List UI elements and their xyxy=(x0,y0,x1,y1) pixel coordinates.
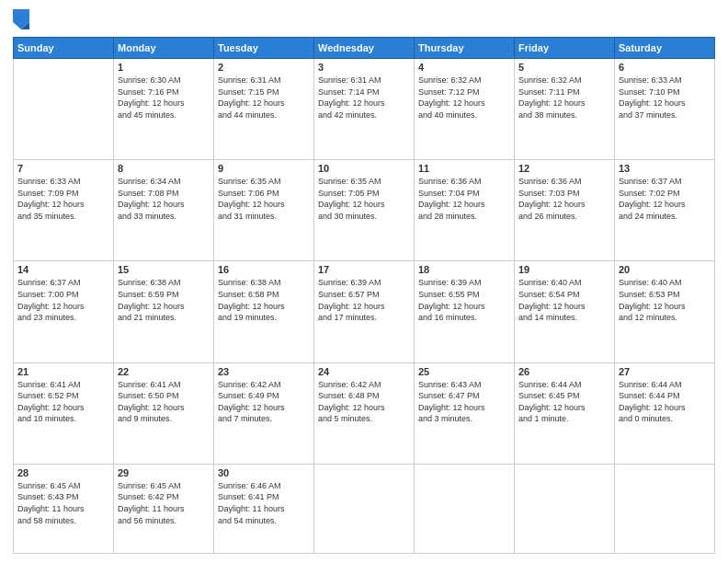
day-info: Sunrise: 6:36 AM Sunset: 7:04 PM Dayligh… xyxy=(418,176,510,222)
calendar-cell: 30Sunrise: 6:46 AM Sunset: 6:41 PM Dayli… xyxy=(214,464,314,553)
header-wednesday: Wednesday xyxy=(314,38,415,59)
calendar-cell: 19Sunrise: 6:40 AM Sunset: 6:54 PM Dayli… xyxy=(515,261,615,362)
calendar-cell: 21Sunrise: 6:41 AM Sunset: 6:52 PM Dayli… xyxy=(14,362,114,464)
day-number: 10 xyxy=(318,163,410,174)
calendar-cell xyxy=(415,464,515,553)
calendar-table: Sunday Monday Tuesday Wednesday Thursday… xyxy=(13,37,715,554)
day-number: 27 xyxy=(619,366,711,377)
calendar-cell: 25Sunrise: 6:43 AM Sunset: 6:47 PM Dayli… xyxy=(415,362,515,464)
day-number: 18 xyxy=(418,264,510,275)
day-info: Sunrise: 6:39 AM Sunset: 6:55 PM Dayligh… xyxy=(418,277,510,323)
calendar-cell xyxy=(615,464,715,553)
day-info: Sunrise: 6:37 AM Sunset: 7:02 PM Dayligh… xyxy=(619,176,711,222)
day-number: 19 xyxy=(518,264,610,275)
day-number: 25 xyxy=(418,366,510,377)
day-number: 23 xyxy=(218,366,310,377)
day-number: 7 xyxy=(17,163,109,174)
day-info: Sunrise: 6:33 AM Sunset: 7:10 PM Dayligh… xyxy=(619,75,711,121)
day-info: Sunrise: 6:32 AM Sunset: 7:11 PM Dayligh… xyxy=(518,75,610,121)
day-info: Sunrise: 6:31 AM Sunset: 7:15 PM Dayligh… xyxy=(218,75,310,121)
header-monday: Monday xyxy=(114,38,214,59)
day-info: Sunrise: 6:46 AM Sunset: 6:41 PM Dayligh… xyxy=(218,480,310,526)
day-info: Sunrise: 6:34 AM Sunset: 7:08 PM Dayligh… xyxy=(118,176,210,222)
calendar-cell: 12Sunrise: 6:36 AM Sunset: 7:03 PM Dayli… xyxy=(515,160,615,261)
day-info: Sunrise: 6:30 AM Sunset: 7:16 PM Dayligh… xyxy=(118,75,210,121)
calendar-cell: 5Sunrise: 6:32 AM Sunset: 7:11 PM Daylig… xyxy=(515,59,615,160)
page: Sunday Monday Tuesday Wednesday Thursday… xyxy=(0,0,728,563)
calendar-cell: 24Sunrise: 6:42 AM Sunset: 6:48 PM Dayli… xyxy=(314,362,415,464)
calendar-week-3: 14Sunrise: 6:37 AM Sunset: 7:00 PM Dayli… xyxy=(14,261,715,362)
calendar-cell: 6Sunrise: 6:33 AM Sunset: 7:10 PM Daylig… xyxy=(615,59,715,160)
calendar-cell: 8Sunrise: 6:34 AM Sunset: 7:08 PM Daylig… xyxy=(114,160,214,261)
day-number: 13 xyxy=(619,163,711,174)
day-number: 8 xyxy=(118,163,210,174)
day-info: Sunrise: 6:35 AM Sunset: 7:05 PM Dayligh… xyxy=(318,176,410,222)
day-info: Sunrise: 6:32 AM Sunset: 7:12 PM Dayligh… xyxy=(418,75,510,121)
day-number: 15 xyxy=(118,264,210,275)
day-info: Sunrise: 6:38 AM Sunset: 6:59 PM Dayligh… xyxy=(118,277,210,323)
calendar-cell: 2Sunrise: 6:31 AM Sunset: 7:15 PM Daylig… xyxy=(214,59,314,160)
calendar-cell: 29Sunrise: 6:45 AM Sunset: 6:42 PM Dayli… xyxy=(114,464,214,553)
day-info: Sunrise: 6:38 AM Sunset: 6:58 PM Dayligh… xyxy=(218,277,310,323)
day-info: Sunrise: 6:39 AM Sunset: 6:57 PM Dayligh… xyxy=(318,277,410,323)
logo xyxy=(13,9,33,29)
calendar-cell xyxy=(14,59,114,160)
day-number: 1 xyxy=(118,62,210,73)
calendar-cell: 3Sunrise: 6:31 AM Sunset: 7:14 PM Daylig… xyxy=(314,59,415,160)
day-info: Sunrise: 6:40 AM Sunset: 6:53 PM Dayligh… xyxy=(619,277,711,323)
header-tuesday: Tuesday xyxy=(214,38,314,59)
day-info: Sunrise: 6:41 AM Sunset: 6:52 PM Dayligh… xyxy=(17,379,109,425)
day-number: 11 xyxy=(418,163,510,174)
day-info: Sunrise: 6:31 AM Sunset: 7:14 PM Dayligh… xyxy=(318,75,410,121)
day-number: 26 xyxy=(518,366,610,377)
day-info: Sunrise: 6:41 AM Sunset: 6:50 PM Dayligh… xyxy=(118,379,210,425)
day-info: Sunrise: 6:42 AM Sunset: 6:49 PM Dayligh… xyxy=(218,379,310,425)
day-number: 14 xyxy=(17,264,109,275)
day-info: Sunrise: 6:33 AM Sunset: 7:09 PM Dayligh… xyxy=(17,176,109,222)
calendar-cell: 4Sunrise: 6:32 AM Sunset: 7:12 PM Daylig… xyxy=(415,59,515,160)
day-number: 20 xyxy=(619,264,711,275)
calendar-cell: 10Sunrise: 6:35 AM Sunset: 7:05 PM Dayli… xyxy=(314,160,415,261)
day-info: Sunrise: 6:43 AM Sunset: 6:47 PM Dayligh… xyxy=(418,379,510,425)
calendar-cell: 28Sunrise: 6:45 AM Sunset: 6:43 PM Dayli… xyxy=(14,464,114,553)
calendar-week-4: 21Sunrise: 6:41 AM Sunset: 6:52 PM Dayli… xyxy=(14,362,715,464)
day-info: Sunrise: 6:45 AM Sunset: 6:43 PM Dayligh… xyxy=(17,480,109,526)
day-info: Sunrise: 6:44 AM Sunset: 6:44 PM Dayligh… xyxy=(619,379,711,425)
day-number: 21 xyxy=(17,366,109,377)
calendar-cell: 20Sunrise: 6:40 AM Sunset: 6:53 PM Dayli… xyxy=(615,261,715,362)
day-number: 12 xyxy=(518,163,610,174)
day-number: 5 xyxy=(518,62,610,73)
day-info: Sunrise: 6:40 AM Sunset: 6:54 PM Dayligh… xyxy=(518,277,610,323)
calendar-cell: 11Sunrise: 6:36 AM Sunset: 7:04 PM Dayli… xyxy=(415,160,515,261)
calendar-cell: 26Sunrise: 6:44 AM Sunset: 6:45 PM Dayli… xyxy=(515,362,615,464)
header-sunday: Sunday xyxy=(14,38,114,59)
day-number: 17 xyxy=(318,264,410,275)
calendar-cell: 22Sunrise: 6:41 AM Sunset: 6:50 PM Dayli… xyxy=(114,362,214,464)
calendar-cell: 18Sunrise: 6:39 AM Sunset: 6:55 PM Dayli… xyxy=(415,261,515,362)
day-number: 3 xyxy=(318,62,410,73)
header xyxy=(13,9,715,29)
calendar-cell xyxy=(314,464,415,553)
calendar-cell: 1Sunrise: 6:30 AM Sunset: 7:16 PM Daylig… xyxy=(114,59,214,160)
day-number: 22 xyxy=(118,366,210,377)
calendar-cell: 15Sunrise: 6:38 AM Sunset: 6:59 PM Dayli… xyxy=(114,261,214,362)
day-info: Sunrise: 6:44 AM Sunset: 6:45 PM Dayligh… xyxy=(518,379,610,425)
day-number: 2 xyxy=(218,62,310,73)
calendar-cell: 23Sunrise: 6:42 AM Sunset: 6:49 PM Dayli… xyxy=(214,362,314,464)
calendar-week-1: 1Sunrise: 6:30 AM Sunset: 7:16 PM Daylig… xyxy=(14,59,715,160)
calendar-cell: 13Sunrise: 6:37 AM Sunset: 7:02 PM Dayli… xyxy=(615,160,715,261)
header-saturday: Saturday xyxy=(615,38,715,59)
header-friday: Friday xyxy=(515,38,615,59)
header-thursday: Thursday xyxy=(415,38,515,59)
day-number: 4 xyxy=(418,62,510,73)
day-number: 29 xyxy=(118,467,210,478)
calendar-week-2: 7Sunrise: 6:33 AM Sunset: 7:09 PM Daylig… xyxy=(14,160,715,261)
logo-icon xyxy=(13,9,29,29)
day-info: Sunrise: 6:35 AM Sunset: 7:06 PM Dayligh… xyxy=(218,176,310,222)
day-number: 24 xyxy=(318,366,410,377)
day-number: 16 xyxy=(218,264,310,275)
calendar-cell xyxy=(515,464,615,553)
calendar-cell: 9Sunrise: 6:35 AM Sunset: 7:06 PM Daylig… xyxy=(214,160,314,261)
calendar-cell: 17Sunrise: 6:39 AM Sunset: 6:57 PM Dayli… xyxy=(314,261,415,362)
calendar-cell: 7Sunrise: 6:33 AM Sunset: 7:09 PM Daylig… xyxy=(14,160,114,261)
